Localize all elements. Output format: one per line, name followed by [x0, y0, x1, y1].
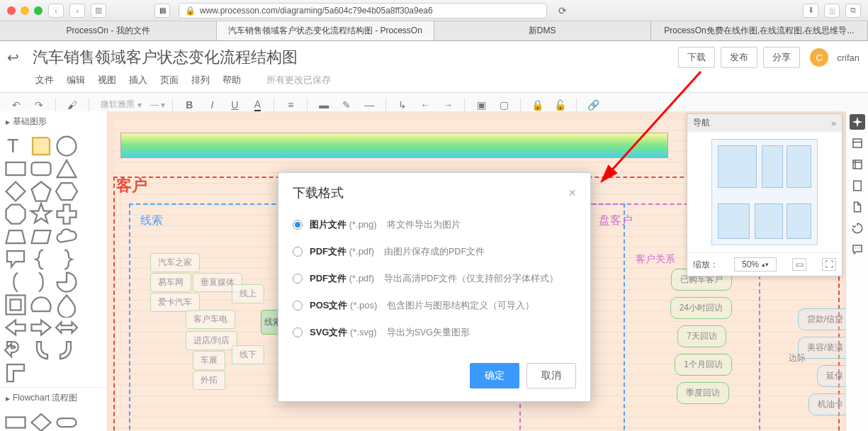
shape-diamond[interactable] — [3, 180, 28, 203]
diagram-node[interactable]: 爱卡汽车 — [150, 293, 200, 312]
shape-callout[interactable] — [3, 248, 28, 271]
shape-parallelogram[interactable] — [28, 225, 54, 248]
sidebar-toggle-button[interactable]: ▥ — [91, 4, 106, 18]
back-icon[interactable]: ↩ — [7, 49, 27, 66]
shape-paren-left[interactable] — [3, 271, 28, 293]
font-family-select[interactable]: 微软雅黑 ▾ — [96, 99, 146, 111]
shape-arc-left[interactable] — [28, 339, 54, 362]
font-size-select[interactable]: — ▾ — [150, 100, 165, 110]
reader-mode-button[interactable]: ▤ — [154, 4, 170, 18]
tabs-button[interactable]: ⧉ — [845, 4, 861, 18]
shape-brace-left[interactable] — [28, 248, 54, 271]
history-icon[interactable] — [850, 220, 865, 236]
back-button[interactable]: ‹ — [48, 4, 64, 18]
radio-icon[interactable] — [293, 247, 303, 257]
forward-button[interactable]: › — [69, 4, 85, 18]
shape-paren-right[interactable] — [28, 271, 54, 293]
menu-page[interactable]: 页面 — [160, 74, 179, 86]
shape-trapezoid[interactable] — [3, 225, 28, 248]
browser-tab[interactable]: 汽车销售领域客户状态变化流程结构图 - ProcessOn — [217, 21, 434, 40]
shape-decision[interactable] — [28, 411, 54, 431]
shape-arrow-turn[interactable] — [3, 339, 28, 362]
shape-star[interactable] — [28, 203, 54, 225]
navigator-icon[interactable] — [850, 114, 865, 130]
shape-process[interactable] — [3, 411, 28, 431]
page-icon[interactable] — [850, 178, 865, 194]
export-option-png[interactable]: 图片文件 (*.png) 将文件导出为图片 — [293, 211, 576, 238]
export-option-pos[interactable]: POS文件 (*.pos) 包含图片与图形结构定义（可导入） — [293, 292, 576, 319]
menu-edit[interactable]: 编辑 — [67, 74, 85, 86]
diagram-node[interactable]: 进店/到店 — [186, 331, 237, 350]
shape-octagon[interactable] — [3, 203, 28, 225]
zoom-value[interactable]: 50% ▴▾ — [734, 257, 777, 272]
shape-arrow-bidir[interactable] — [54, 316, 79, 339]
diagram-node[interactable]: 1个月回访 — [675, 354, 732, 376]
diagram-node[interactable]: 客户车电 — [186, 310, 235, 329]
diagram-node[interactable]: 线下 — [232, 345, 264, 364]
ok-button[interactable]: 确定 — [470, 363, 519, 388]
diagram-node[interactable]: 外拓 — [193, 371, 225, 390]
diagram-node[interactable]: 季度回访 — [677, 382, 729, 404]
shape-cross[interactable] — [54, 203, 79, 225]
close-window-icon[interactable] — [7, 6, 16, 15]
navigator-header[interactable]: 导航 » — [687, 114, 842, 132]
shape-circle[interactable] — [54, 135, 79, 157]
fit-screen-icon[interactable]: ⛶ — [822, 258, 836, 271]
shape-corner[interactable] — [3, 362, 28, 384]
radio-icon[interactable] — [293, 328, 303, 337]
shape-terminator[interactable] — [54, 411, 79, 431]
avatar[interactable]: C — [810, 48, 828, 67]
shape-rect[interactable] — [3, 157, 28, 180]
shape-arrow-right[interactable] — [28, 316, 54, 339]
diagram-node[interactable]: 汽车之家 — [150, 253, 200, 272]
diagram-node[interactable]: 7天回访 — [677, 325, 726, 347]
share-button[interactable]: 分享 — [763, 47, 800, 68]
export-option-pdf[interactable]: PDF文件 (*.pdf) 由图片保存成的PDF文件 — [293, 238, 576, 265]
close-icon[interactable]: × — [568, 186, 576, 201]
radio-icon[interactable] — [293, 220, 303, 230]
diagram-node[interactable]: 贷款/信贷 — [798, 308, 845, 330]
shape-roundrect[interactable] — [28, 157, 54, 180]
export-option-pdf-hd[interactable]: PDF文件 (*.pdf) 导出高清PDF文件（仅支持部分字体样式） — [293, 265, 576, 292]
shape-arc-right[interactable] — [54, 339, 79, 362]
menu-arrange[interactable]: 排列 — [191, 74, 210, 86]
shape-chord[interactable] — [28, 293, 54, 316]
shape-brace-right[interactable] — [54, 248, 79, 271]
diagram-node[interactable]: 24小时回访 — [670, 297, 732, 319]
url-field[interactable]: 🔒 www.processon.com/diagraming/5a604c79e… — [179, 3, 547, 18]
diagram-node[interactable]: 线上 — [232, 284, 264, 303]
export-option-svg[interactable]: SVG文件 (*.svg) 导出为SVG矢量图形 — [293, 319, 576, 346]
shape-teardrop[interactable] — [54, 293, 79, 316]
shape-pie[interactable] — [54, 271, 79, 293]
diagram-node[interactable]: 车展 — [193, 351, 225, 370]
browser-tab[interactable]: ProcessOn免费在线作图,在线流程图,在线思维导... — [651, 21, 868, 40]
cancel-button[interactable]: 取消 — [526, 363, 576, 388]
menu-help[interactable]: 帮助 — [222, 74, 241, 86]
radio-icon[interactable] — [293, 274, 303, 284]
minimize-window-icon[interactable] — [21, 6, 29, 15]
downloads-button[interactable]: ⬇ — [803, 4, 818, 18]
shape-cloud[interactable] — [54, 225, 79, 248]
shape-arrow-left[interactable] — [3, 316, 28, 339]
menu-insert[interactable]: 插入 — [129, 74, 147, 86]
download-button[interactable]: 下载 — [678, 47, 715, 68]
maximize-window-icon[interactable] — [34, 6, 43, 15]
diagram-node[interactable]: 延保 — [817, 365, 845, 387]
share-button[interactable]: ⍐ — [824, 4, 840, 18]
collapse-icon[interactable]: » — [831, 118, 836, 128]
menu-view[interactable]: 视图 — [98, 74, 116, 86]
publish-button[interactable]: 发布 — [721, 47, 757, 68]
metrics-icon[interactable] — [850, 157, 865, 172]
new-page-icon[interactable] — [850, 199, 865, 215]
navigator-thumbnail[interactable] — [687, 132, 842, 252]
diagram-node[interactable]: 机油卡 — [808, 393, 845, 415]
section-flowchart[interactable]: ▸ Flowchart 流程图 — [0, 388, 107, 408]
reload-button[interactable]: ⟳ — [556, 4, 570, 18]
diagram-node[interactable]: 易车网 — [150, 273, 191, 292]
shape-pentagon[interactable] — [28, 180, 54, 203]
shape-triangle[interactable] — [54, 157, 79, 180]
section-basic-shapes[interactable]: ▸ 基础图形 — [0, 111, 107, 132]
comment-icon[interactable] — [850, 242, 865, 257]
browser-tab[interactable]: 新DMS — [434, 21, 651, 40]
radio-icon[interactable] — [293, 301, 303, 310]
